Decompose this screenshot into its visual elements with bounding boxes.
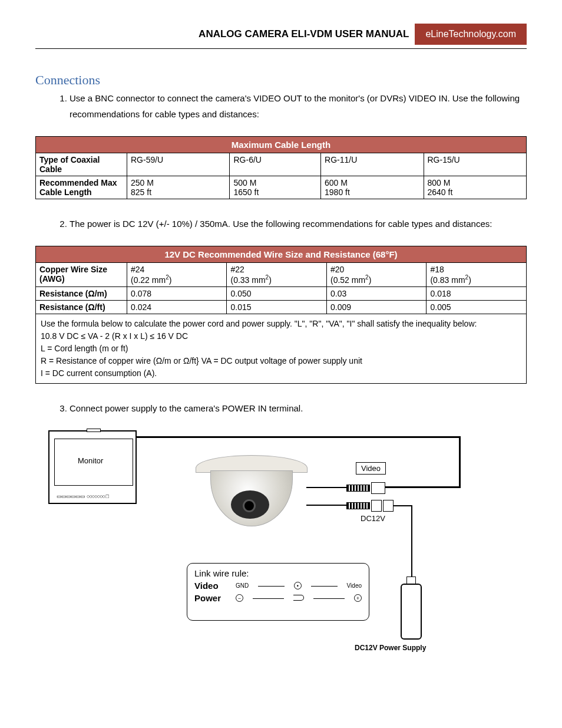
t1-cell: RG-11/U [321, 153, 424, 176]
t1-cell: 250 M825 ft [127, 176, 230, 199]
t1-cell: RG-15/U [424, 153, 527, 176]
t2-cell: 0.050 [227, 286, 326, 300]
t2-cell: #22(0.33 mm2) [227, 263, 326, 287]
list-item-1: Use a BNC connector to connect the camer… [70, 90, 527, 122]
page-header: ANALOG CAMERA ELI-VDM USER MANUAL eLineT… [35, 24, 527, 45]
t1-cell: 800 M2640 ft [424, 176, 527, 199]
header-title: ANALOG CAMERA ELI-VDM USER MANUAL [35, 24, 415, 45]
t2-row1-label: Copper Wire Size (AWG) [36, 263, 127, 287]
t2-cell: 0.03 [326, 286, 426, 300]
video-label: Video [356, 462, 386, 475]
t2-row2-label: Resistance (Ω/m) [36, 286, 127, 300]
dc-plug-icon [371, 500, 382, 512]
dc-jack-icon [383, 500, 394, 512]
t2-cell: #18(0.83 mm2) [427, 263, 527, 287]
cable-length-table: Maximum Cable Length Type of Coaxial Cab… [35, 136, 527, 199]
wire-resistance-table: 12V DC Recommended Wire Size and Resista… [35, 246, 527, 384]
table1-title: Maximum Cable Length [36, 137, 527, 153]
minus-icon: − [236, 594, 243, 602]
dot-icon: • [294, 582, 302, 589]
rule-power-label: Power [194, 593, 226, 603]
instruction-list: The power is DC 12V (+/- 10%) / 350mA. U… [35, 216, 527, 232]
monitor-controls-icon: ▭▭▭▭▭▭ ○○○○○○○ □ [57, 493, 108, 499]
t1-cell: 600 M1980 ft [321, 176, 424, 199]
video-small-label: Video [347, 582, 362, 589]
video-connector-icon [346, 485, 370, 492]
list-item-3: Connect power supply to the camera's POW… [70, 400, 527, 416]
instruction-list: Connect power supply to the camera's POW… [35, 400, 527, 416]
monitor-icon: Monitor ▭▭▭▭▭▭ ○○○○○○○ □ [48, 430, 137, 504]
t1-row1-label: Type of Coaxial Cable [36, 153, 127, 176]
header-brand: eLineTechnology.com [415, 24, 527, 45]
connection-diagram: Monitor ▭▭▭▭▭▭ ○○○○○○○ □ Video DC12V Lin… [48, 430, 472, 660]
link-wire-rule-box: Link wire rule: Video GND • Video Power … [187, 563, 369, 621]
formula-cell: Use the formula below to calculate the p… [36, 314, 527, 383]
section-title: Connections [35, 73, 527, 88]
rule-title: Link wire rule: [194, 568, 362, 578]
dc-connector-icon [346, 502, 370, 509]
gnd-label: GND [236, 582, 249, 589]
t1-cell: RG-59/U [127, 153, 230, 176]
t2-cell: 0.024 [127, 300, 227, 314]
t2-cell: 0.078 [127, 286, 227, 300]
power-supply-icon [401, 584, 422, 640]
t2-cell: 0.018 [427, 286, 527, 300]
t2-cell: 0.015 [227, 300, 326, 314]
dc12v-label: DC12V [361, 514, 385, 523]
t2-cell: #20(0.52 mm2) [326, 263, 426, 287]
t2-row3-label: Resistance (Ω/ft) [36, 300, 127, 314]
dome-camera-icon [196, 455, 308, 532]
t2-cell: 0.005 [427, 300, 527, 314]
psu-label: DC12V Power Supply [355, 644, 426, 652]
t2-cell: 0.009 [326, 300, 426, 314]
list-item-2: The power is DC 12V (+/- 10%) / 350mA. U… [70, 216, 527, 232]
table2-title: 12V DC Recommended Wire Size and Resista… [36, 246, 527, 263]
t1-cell: 500 M1650 ft [230, 176, 321, 199]
bnc-connector-icon [371, 482, 385, 494]
t1-cell: RG-6/U [230, 153, 321, 176]
instruction-list: Use a BNC connector to connect the camer… [35, 90, 527, 122]
t1-row2-label: Recommended Max Cable Length [36, 176, 127, 199]
plus-icon: + [354, 594, 362, 602]
t2-cell: #24(0.22 mm2) [127, 263, 227, 287]
rule-video-label: Video [194, 581, 226, 591]
monitor-label: Monitor [78, 456, 103, 465]
header-rule [35, 48, 527, 49]
